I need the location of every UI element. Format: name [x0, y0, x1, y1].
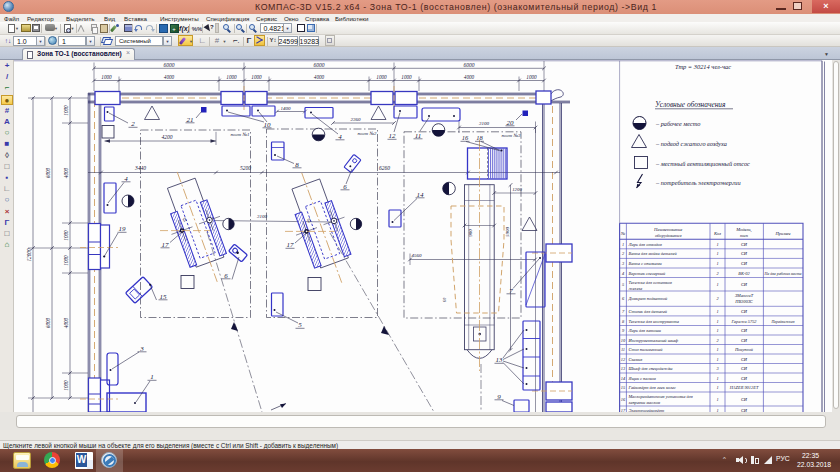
- svg-text:Гайковёрт для гаек колес: Гайковёрт для гаек колес: [628, 385, 676, 390]
- svg-text:5900: 5900: [505, 227, 510, 238]
- svg-text:железа: железа: [629, 286, 643, 291]
- svg-text:6000: 6000: [45, 317, 51, 328]
- svg-text:1: 1: [716, 385, 718, 390]
- svg-text:3: 3: [622, 261, 625, 266]
- svg-text:Гаражи 5752: Гаражи 5752: [730, 319, 757, 324]
- svg-text:пост №3: пост №3: [502, 133, 521, 138]
- svg-text:6000: 6000: [314, 62, 325, 68]
- svg-text:13: 13: [496, 356, 504, 364]
- svg-text:1000: 1000: [63, 380, 69, 391]
- svg-text:6: 6: [224, 272, 228, 280]
- svg-text:15: 15: [160, 293, 168, 301]
- svg-text:СИ: СИ: [741, 309, 748, 314]
- svg-text:1000: 1000: [526, 74, 537, 80]
- svg-text:1: 1: [716, 328, 718, 333]
- svg-text:10: 10: [621, 338, 626, 343]
- svg-text:6000: 6000: [464, 62, 475, 68]
- svg-text:8: 8: [295, 161, 299, 169]
- svg-text:пост №1: пост №1: [231, 132, 250, 137]
- svg-text:ЗМалгсиТ: ЗМалгсиТ: [735, 293, 754, 298]
- svg-text:П: П: [181, 217, 188, 224]
- svg-text:21: 21: [187, 116, 194, 124]
- svg-text:Верстак слесарный: Верстак слесарный: [629, 271, 667, 276]
- svg-text:СИ: СИ: [741, 376, 748, 381]
- svg-text:18: 18: [476, 134, 483, 141]
- svg-text:4200: 4200: [162, 134, 173, 140]
- svg-text:2: 2: [716, 271, 719, 276]
- svg-text:Стол письменный: Стол письменный: [629, 347, 664, 352]
- svg-text:Инструментальный шкаф: Инструментальный шкаф: [628, 338, 679, 343]
- svg-text:СИ: СИ: [741, 242, 748, 247]
- svg-text:10: 10: [264, 121, 272, 129]
- svg-text:Покупной: Покупной: [734, 347, 754, 352]
- svg-text:HAZER 9012ET: HAZER 9012ET: [729, 385, 759, 390]
- svg-text:19: 19: [119, 225, 127, 233]
- svg-text:7: 7: [622, 309, 625, 314]
- svg-text:12: 12: [389, 132, 397, 140]
- svg-text:тип: тип: [740, 233, 749, 238]
- svg-text:1: 1: [150, 373, 154, 381]
- svg-text:1000: 1000: [63, 255, 69, 266]
- svg-text:СИ: СИ: [741, 282, 748, 287]
- svg-text:11: 11: [621, 347, 625, 352]
- svg-text:17: 17: [287, 241, 295, 249]
- svg-text:Условные обозначения: Условные обозначения: [655, 100, 726, 109]
- svg-text:4: 4: [338, 133, 342, 141]
- svg-text:СИ: СИ: [741, 357, 748, 362]
- svg-text:20: 20: [507, 119, 515, 127]
- svg-text:13: 13: [621, 366, 626, 371]
- svg-text:Домкрат подкатной: Домкрат подкатной: [628, 296, 669, 301]
- svg-text:6260: 6260: [379, 165, 390, 171]
- svg-text:12000: 12000: [26, 248, 32, 261]
- svg-text:– потребитель электроэнергии: – потребитель электроэнергии: [655, 179, 741, 186]
- svg-text:1: 1: [716, 242, 718, 247]
- svg-text:1: 1: [716, 319, 718, 324]
- svg-text:2: 2: [716, 296, 719, 301]
- svg-text:СИ: СИ: [741, 338, 748, 343]
- svg-text:Тележка для инструмента: Тележка для инструмента: [629, 319, 680, 324]
- svg-text:Примеч: Примеч: [774, 231, 791, 236]
- svg-text:4: 4: [124, 175, 128, 183]
- svg-text:ВК-02: ВК-02: [738, 271, 750, 276]
- svg-text:60: 60: [442, 297, 447, 302]
- svg-text:16: 16: [462, 134, 469, 141]
- svg-text:1: 1: [716, 357, 718, 362]
- svg-text:– рабочее место: – рабочее место: [655, 120, 700, 127]
- svg-text:Ларь для отходов: Ларь для отходов: [628, 242, 662, 247]
- svg-text:4: 4: [622, 271, 625, 276]
- svg-text:6: 6: [343, 183, 347, 191]
- svg-text:Ящик с песком: Ящик с песком: [628, 376, 657, 381]
- svg-text:14: 14: [417, 191, 425, 199]
- svg-text:1000: 1000: [63, 105, 69, 116]
- svg-text:1000: 1000: [226, 74, 237, 80]
- svg-text:15: 15: [621, 385, 626, 390]
- svg-text:1: 1: [716, 261, 718, 266]
- svg-text:Кол: Кол: [713, 231, 721, 236]
- svg-text:– местный вентиляционный отсо: – местный вентиляционный отсос: [655, 160, 750, 167]
- svg-text:Ванна для мойки деталей: Ванна для мойки деталей: [629, 251, 678, 256]
- svg-text:1: 1: [716, 282, 718, 287]
- svg-text:Ттр = 30214 чел-час: Ттр = 30214 чел-час: [675, 63, 731, 70]
- svg-text:1000: 1000: [376, 74, 387, 80]
- svg-text:6: 6: [622, 296, 625, 301]
- svg-text:заправки маслом: заправки маслом: [628, 400, 661, 405]
- svg-text:СИ: СИ: [741, 397, 748, 402]
- svg-text:4000: 4000: [464, 74, 475, 80]
- svg-text:3440: 3440: [134, 165, 146, 171]
- svg-text:12: 12: [621, 357, 626, 362]
- svg-text:СИ: СИ: [741, 328, 748, 333]
- svg-text:П: П: [305, 217, 312, 224]
- svg-text:2: 2: [622, 251, 625, 256]
- svg-text:Наименование: Наименование: [653, 227, 682, 232]
- svg-text:Передвижная: Передвижная: [770, 320, 794, 324]
- svg-text:14: 14: [621, 376, 626, 381]
- svg-text:1: 1: [716, 376, 718, 381]
- svg-text:ПВ300ЗС: ПВ300ЗС: [734, 299, 753, 304]
- svg-text:На два рабочих места: На два рабочих места: [763, 272, 801, 276]
- svg-text:СИ: СИ: [741, 366, 748, 371]
- svg-text:11: 11: [415, 132, 421, 140]
- svg-text:1000: 1000: [63, 230, 69, 241]
- svg-text:3100: 3100: [479, 121, 490, 126]
- svg-text:4560: 4560: [412, 253, 423, 258]
- svg-text:1400: 1400: [281, 106, 292, 111]
